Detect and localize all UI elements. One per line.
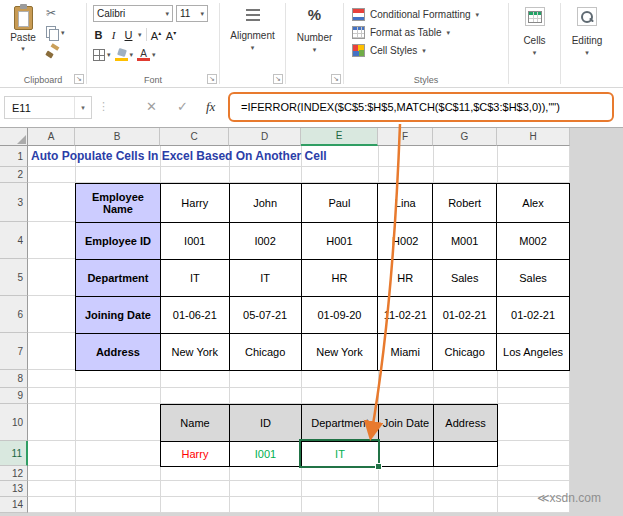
table-cell[interactable]: M002	[497, 223, 570, 260]
table-cell[interactable]: Sales	[433, 260, 497, 297]
column-header-f[interactable]: F	[378, 128, 433, 146]
table-cell[interactable]: New York	[301, 334, 378, 371]
italic-button[interactable]: I	[108, 28, 119, 42]
table-cell[interactable]: John	[229, 184, 301, 223]
table-cell[interactable]: Harry	[160, 184, 229, 223]
table-cell[interactable]: I001	[230, 442, 302, 467]
select-all-button[interactable]	[0, 128, 28, 146]
table-cell[interactable]: Robert	[433, 184, 497, 223]
format-as-table-button[interactable]: Format as Table ▾	[352, 23, 508, 41]
table-cell[interactable]: H002	[378, 223, 433, 260]
insert-function-button[interactable]: fx	[206, 99, 215, 115]
alignment-dialog-launcher[interactable]: ↘	[273, 74, 283, 84]
underline-dropdown-icon[interactable]: ▾	[138, 31, 142, 38]
editing-group-button[interactable]: Editing ▾	[561, 0, 613, 87]
row-label-cell[interactable]: Department	[76, 260, 161, 297]
copy-button[interactable]: ▾	[46, 26, 65, 39]
table-cell[interactable]: 01-02-21	[497, 297, 570, 334]
row-header-5[interactable]: 5	[0, 259, 28, 296]
table-cell[interactable]: 01-02-21	[433, 297, 497, 334]
sheet-title-cell[interactable]: Auto Populate Cells In Excel Based On An…	[31, 149, 327, 163]
row-header-11[interactable]: 11	[0, 441, 28, 466]
borders-button[interactable]: ▾	[93, 49, 111, 61]
table-cell[interactable]: M001	[433, 223, 497, 260]
table-cell[interactable]: 01-06-21	[160, 297, 229, 334]
row-header-6[interactable]: 6	[0, 296, 28, 333]
table-cell[interactable]: Los Angeles	[497, 334, 570, 371]
row-label-cell[interactable]: Employee ID	[76, 223, 161, 260]
bold-button[interactable]: B	[93, 28, 104, 42]
table-cell[interactable]: HR	[301, 260, 378, 297]
row-header-1[interactable]: 1	[0, 146, 28, 167]
table-cell[interactable]: Lina	[378, 184, 433, 223]
row-header-14[interactable]: 14	[0, 497, 28, 513]
table-header-cell[interactable]: Address	[434, 405, 498, 442]
table-cell[interactable]: I002	[229, 223, 301, 260]
row-label-cell[interactable]: Employee Name	[76, 184, 161, 223]
name-box-dropdown-icon[interactable]: ▾	[74, 97, 91, 118]
column-header-e[interactable]: E	[301, 128, 378, 146]
table-header-cell[interactable]: Department	[302, 405, 379, 442]
row-header-7[interactable]: 7	[0, 333, 28, 370]
table-cell[interactable]: IT	[160, 260, 229, 297]
column-header-h[interactable]: H	[497, 128, 570, 146]
column-header-d[interactable]: D	[229, 128, 301, 146]
increase-font-size-button[interactable]: A▴	[151, 26, 162, 43]
alignment-group-button[interactable]: Alignment ▾ ↘	[220, 0, 285, 87]
fill-color-button[interactable]: ▾	[115, 49, 134, 61]
table-cell[interactable]: HR	[378, 260, 433, 297]
table-cell[interactable]: Sales	[497, 260, 570, 297]
clipboard-dialog-launcher[interactable]: ↘	[74, 74, 84, 84]
table-cell[interactable]: Paul	[301, 184, 378, 223]
paste-button[interactable]: Paste ▾	[5, 4, 41, 68]
conditional-formatting-button[interactable]: Conditional Formatting ▾	[352, 5, 508, 23]
cell-styles-button[interactable]: Cell Styles ▾	[352, 41, 508, 59]
table-cell[interactable]: 01-09-20	[301, 297, 378, 334]
decrease-font-size-button[interactable]: A▾	[166, 26, 177, 43]
table-cell[interactable]	[379, 442, 434, 467]
table-cell[interactable]: IT	[229, 260, 301, 297]
row-header-4[interactable]: 4	[0, 222, 28, 259]
table-cell[interactable]: 11-02-21	[378, 297, 433, 334]
table-cell[interactable]: Chicago	[433, 334, 497, 371]
enter-icon[interactable]: ✓	[177, 99, 188, 114]
cut-button[interactable]: ✂	[46, 7, 56, 20]
formula-input[interactable]: =IFERROR(INDEX($C$5:$H$5,MATCH($C$11,$C$…	[241, 101, 560, 113]
name-box[interactable]: E11 ▾	[4, 96, 92, 119]
table-cell[interactable]	[434, 442, 498, 467]
underline-button[interactable]: U	[123, 28, 134, 42]
table-cell[interactable]: New York	[160, 334, 229, 371]
format-painter-button[interactable]	[46, 45, 59, 58]
table-cell[interactable]: Chicago	[229, 334, 301, 371]
row-header-12[interactable]: 12	[0, 466, 28, 481]
table-header-cell[interactable]: Name	[161, 405, 230, 442]
cancel-icon[interactable]: ✕	[146, 99, 157, 114]
row-header-13[interactable]: 13	[0, 481, 28, 497]
table-cell[interactable]: Miami	[378, 334, 433, 371]
table-cell[interactable]: I001	[160, 223, 229, 260]
table-header-cell[interactable]: ID	[230, 405, 302, 442]
font-size-select[interactable]: 11▾	[176, 5, 208, 22]
number-dialog-launcher[interactable]: ↘	[331, 74, 341, 84]
row-header-2[interactable]: 2	[0, 167, 28, 183]
number-group-button[interactable]: % Number ▾ ↘	[286, 0, 343, 87]
column-header-c[interactable]: C	[160, 128, 229, 146]
table-cell[interactable]: Harry	[161, 442, 230, 467]
fill-handle[interactable]	[375, 463, 382, 470]
row-header-8[interactable]: 8	[0, 370, 28, 388]
font-name-select[interactable]: Calibri▾	[93, 5, 173, 22]
table-header-cell[interactable]: Join Date	[379, 405, 434, 442]
column-header-a[interactable]: A	[28, 128, 75, 146]
font-dialog-launcher[interactable]: ↘	[207, 74, 217, 84]
table-cell[interactable]: Alex	[497, 184, 570, 223]
row-header-10[interactable]: 10	[0, 404, 28, 441]
column-header-g[interactable]: G	[433, 128, 497, 146]
font-color-button[interactable]: A▾	[137, 49, 156, 61]
table-cell[interactable]: 05-07-21	[229, 297, 301, 334]
row-label-cell[interactable]: Address	[76, 334, 161, 371]
cells-area[interactable]: Auto Populate Cells In Excel Based On An…	[28, 146, 570, 513]
table-cell[interactable]: H001	[301, 223, 378, 260]
row-header-3[interactable]: 3	[0, 183, 28, 222]
cells-group-button[interactable]: Cells ▾	[509, 0, 560, 87]
column-header-b[interactable]: B	[75, 128, 160, 146]
